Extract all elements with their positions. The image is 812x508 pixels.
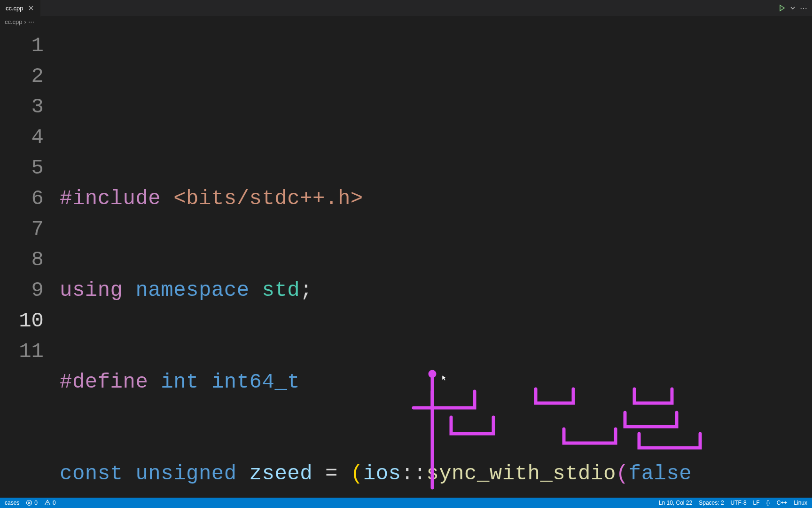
code-area[interactable]: #include <bits/stdc++.h> using namespace… bbox=[54, 27, 812, 498]
breadcrumb-sep: › bbox=[24, 18, 26, 25]
line-number: 5 bbox=[0, 153, 54, 183]
status-cases[interactable]: cases bbox=[5, 500, 19, 506]
code-line: using namespace std; bbox=[54, 275, 812, 306]
line-number: 4 bbox=[0, 122, 54, 153]
status-encoding[interactable]: UTF-8 bbox=[731, 500, 747, 506]
line-number-gutter: 1 2 3 4 5 6 7 8 9 10 11 bbox=[0, 27, 54, 498]
code-line: #define int int64_t bbox=[54, 367, 812, 397]
status-bar: cases 0 0 Ln 10, Col 22 Spaces: 2 UTF-8 … bbox=[0, 498, 812, 508]
line-number: 3 bbox=[0, 92, 54, 122]
breadcrumb-file: cc.cpp bbox=[5, 18, 23, 25]
code-line bbox=[54, 92, 812, 122]
line-number: 8 bbox=[0, 245, 54, 275]
status-eol[interactable]: LF bbox=[753, 500, 760, 506]
line-number: 10 bbox=[0, 306, 54, 336]
code-line: const unsigned zseed = (ios::sync_with_s… bbox=[54, 459, 812, 489]
status-brackets[interactable]: {} bbox=[766, 500, 770, 506]
tab-file[interactable]: cc.cpp bbox=[0, 0, 41, 16]
code-line: #include <bits/stdc++.h> bbox=[54, 183, 812, 214]
status-spaces[interactable]: Spaces: 2 bbox=[699, 500, 724, 506]
close-icon[interactable] bbox=[27, 4, 35, 12]
line-number: 11 bbox=[0, 336, 54, 367]
run-icon[interactable] bbox=[778, 4, 786, 12]
more-icon[interactable]: ⋯ bbox=[800, 4, 807, 13]
line-number: 9 bbox=[0, 275, 54, 306]
tab-actions: ⋯ bbox=[778, 4, 807, 13]
status-ln-col[interactable]: Ln 10, Col 22 bbox=[659, 500, 692, 506]
line-number: 6 bbox=[0, 183, 54, 214]
editor[interactable]: 1 2 3 4 5 6 7 8 9 10 11 #include <bits/s… bbox=[0, 27, 812, 498]
breadcrumb[interactable]: cc.cpp › ⋯ bbox=[0, 16, 812, 27]
line-number: 7 bbox=[0, 214, 54, 245]
status-language[interactable]: C++ bbox=[777, 500, 788, 506]
status-errors[interactable]: 0 bbox=[26, 500, 38, 506]
breadcrumb-more: ⋯ bbox=[28, 18, 34, 25]
tab-filename: cc.cpp bbox=[6, 5, 23, 12]
status-warnings[interactable]: 0 bbox=[44, 500, 56, 506]
line-number: 1 bbox=[0, 31, 54, 61]
tab-bar: cc.cpp ⋯ bbox=[0, 0, 812, 16]
line-number: 2 bbox=[0, 61, 54, 92]
status-os[interactable]: Linux bbox=[794, 500, 807, 506]
chevron-down-icon[interactable] bbox=[790, 4, 795, 12]
